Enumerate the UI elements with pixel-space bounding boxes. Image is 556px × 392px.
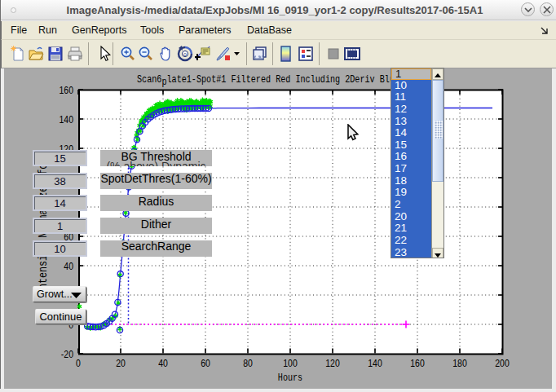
svg-text:120: 120 bbox=[325, 358, 340, 368]
svg-text:140: 140 bbox=[59, 114, 73, 125]
svg-text:100: 100 bbox=[283, 358, 298, 368]
svg-text:Hours: Hours bbox=[278, 372, 302, 383]
svg-text:40: 40 bbox=[64, 261, 73, 271]
svg-text:40: 40 bbox=[158, 358, 168, 368]
svg-text:140: 140 bbox=[368, 358, 382, 368]
svg-text:160: 160 bbox=[59, 85, 73, 95]
svg-text:60: 60 bbox=[201, 358, 210, 368]
svg-text:200: 200 bbox=[495, 358, 510, 368]
svg-text:20: 20 bbox=[116, 358, 126, 368]
svg-text:180: 180 bbox=[452, 358, 467, 368]
svg-text:Scan6plate1-Spot#1 Filtered Re: Scan6plate1-Spot#1 Filtered Red Includin… bbox=[137, 73, 399, 87]
svg-text:160: 160 bbox=[410, 358, 425, 368]
svg-text:0: 0 bbox=[76, 358, 81, 368]
svg-text:-20: -20 bbox=[61, 349, 73, 359]
svg-text:80: 80 bbox=[243, 358, 253, 368]
